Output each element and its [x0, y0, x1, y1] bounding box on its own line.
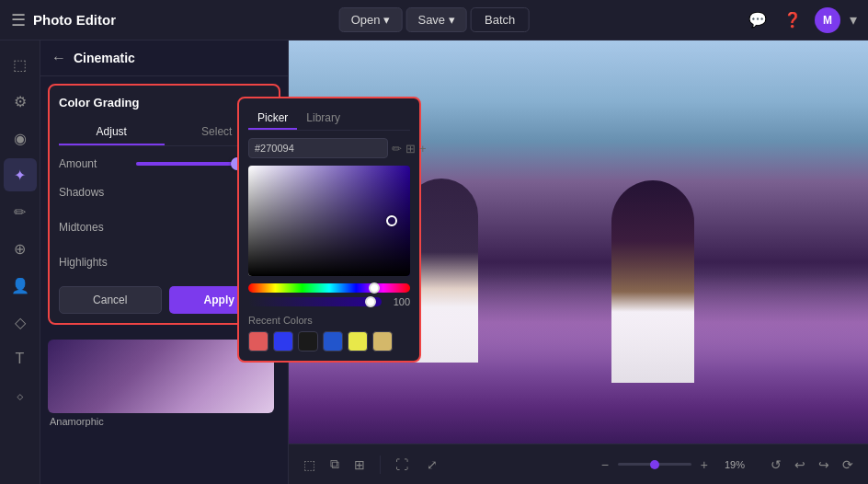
cp-color-cursor[interactable] — [386, 215, 397, 226]
batch-button[interactable]: Batch — [471, 7, 529, 32]
bottom-toolbar: ⬚ ⧉ ⊞ ⛶ ⤢ − + 19% ↺ ↩ ↪ ⟳ — [289, 444, 868, 484]
chevron-down-icon[interactable]: ▾ — [850, 11, 857, 29]
app-title: Photo Editor — [33, 12, 116, 28]
cp-hue-thumb[interactable] — [369, 282, 380, 294]
cp-opacity-row: 100 — [248, 296, 410, 307]
cp-opacity-thumb[interactable] — [365, 296, 376, 307]
cp-recent-swatch-4[interactable] — [348, 331, 368, 351]
cp-hue-row — [248, 283, 410, 293]
cp-hue-slider[interactable] — [248, 283, 410, 293]
cg-highlights-label: Highlights — [59, 256, 132, 269]
save-button[interactable]: Save ▾ — [405, 7, 467, 32]
cg-amount-slider[interactable] — [136, 162, 237, 166]
zoom-out-button[interactable]: − — [598, 454, 612, 476]
menu-icon[interactable]: ☰ — [11, 10, 26, 30]
panel-back-button[interactable]: ← — [51, 50, 66, 66]
cp-tab-picker[interactable]: Picker — [248, 108, 297, 130]
sidebar-effects-btn[interactable]: ✦ — [4, 158, 37, 191]
cp-gradient-area[interactable] — [248, 166, 410, 276]
icon-sidebar: ⬚ ⚙ ◉ ✦ ✏ ⊕ 👤 ◇ T ⬦ — [0, 40, 40, 484]
topbar-right: 💬 ❓ M ▾ — [745, 7, 857, 33]
zoom-value: 19% — [717, 459, 745, 470]
topbar-center-actions: Open ▾ Save ▾ Batch — [339, 7, 530, 32]
sidebar-heal-btn[interactable]: ⊕ — [4, 232, 37, 265]
open-button[interactable]: Open ▾ — [339, 7, 403, 32]
sidebar-shape-btn[interactable]: ◇ — [4, 305, 37, 339]
chevron-down-icon: ▾ — [383, 13, 390, 27]
cg-midtones-label: Midtones — [59, 221, 132, 234]
topbar: ☰ Photo Editor Open ▾ Save ▾ Batch 💬 ❓ M… — [0, 0, 868, 40]
cancel-button[interactable]: Cancel — [59, 286, 162, 314]
cp-recent-label: Recent Colors — [248, 315, 410, 326]
grid-icon-button[interactable]: ⊞ — [350, 454, 369, 476]
sidebar-people-btn[interactable]: 👤 — [4, 269, 37, 302]
cp-grid-icon[interactable]: ⊞ — [405, 142, 416, 156]
sidebar-brush-btn[interactable]: ✏ — [4, 195, 37, 228]
cp-opacity-slider[interactable] — [248, 297, 382, 306]
panel-title: Cinematic — [74, 51, 135, 65]
bottom-right-buttons: ↺ ↩ ↪ ⟳ — [767, 454, 857, 476]
cp-tabs: Picker Library — [248, 108, 410, 131]
bottom-icon-group-left: ⬚ ⧉ ⊞ — [300, 453, 369, 476]
fit-icon-button[interactable]: ⤢ — [423, 454, 441, 476]
zoom-slider[interactable] — [618, 463, 691, 466]
panel-header: ← Cinematic — [40, 40, 288, 76]
reset-icon-button[interactable]: ↺ — [767, 454, 785, 476]
cp-recent-swatch-3[interactable] — [323, 331, 343, 351]
cp-recent-swatch-2[interactable] — [298, 331, 318, 351]
cp-hex-row: ✏ ⊞ + — [248, 138, 410, 158]
layers-icon-button[interactable]: ⬚ — [300, 454, 319, 476]
sidebar-text-btn[interactable]: T — [4, 342, 37, 375]
expand-icon-button[interactable]: ⛶ — [392, 454, 412, 476]
cp-recent-swatch-0[interactable] — [248, 331, 268, 351]
cg-amount-label: Amount — [59, 157, 132, 170]
color-picker-popup: Picker Library ✏ ⊞ + 100 — [237, 97, 421, 363]
cp-recent-swatch-1[interactable] — [273, 331, 293, 351]
cg-title: Color Grading — [59, 96, 139, 109]
chevron-down-icon: ▾ — [449, 13, 455, 27]
cp-tab-library[interactable]: Library — [297, 108, 349, 130]
help-icon-button[interactable]: ❓ — [780, 7, 805, 32]
photo-figure-right — [611, 180, 694, 383]
cp-hex-input[interactable] — [248, 138, 388, 158]
cp-recent-colors — [248, 331, 410, 351]
cg-tab-adjust[interactable]: Adjust — [59, 120, 165, 145]
cp-add-icon[interactable]: + — [419, 142, 427, 156]
compare-icon-button[interactable]: ⧉ — [326, 453, 343, 476]
toolbar-divider — [380, 455, 381, 474]
slider-fill — [136, 162, 237, 166]
message-icon-button[interactable]: 💬 — [745, 7, 771, 32]
zoom-controls: − + 19% — [598, 454, 745, 476]
history-icon-button[interactable]: ⟳ — [839, 454, 857, 476]
sidebar-export-btn[interactable]: ⬦ — [4, 379, 37, 412]
main-layout: ⬚ ⚙ ◉ ✦ ✏ ⊕ 👤 ◇ T ⬦ ← Cinematic Color Gr… — [0, 40, 868, 484]
thumbnail-label: Anamorphic — [48, 416, 280, 427]
cg-shadows-label: Shadows — [59, 186, 132, 199]
sidebar-layers-btn[interactable]: ⬚ — [4, 48, 37, 81]
zoom-slider-thumb[interactable] — [650, 460, 659, 469]
sidebar-adjustments-btn[interactable]: ⚙ — [4, 85, 37, 118]
cp-recent-swatch-5[interactable] — [372, 331, 393, 351]
cp-edit-icon[interactable]: ✏ — [392, 142, 402, 156]
cp-opacity-value: 100 — [387, 296, 410, 307]
avatar[interactable]: M — [815, 7, 840, 33]
undo-icon-button[interactable]: ↩ — [791, 454, 809, 476]
redo-icon-button[interactable]: ↪ — [815, 454, 833, 476]
zoom-in-button[interactable]: + — [697, 454, 712, 476]
sidebar-eye-btn[interactable]: ◉ — [4, 121, 37, 155]
